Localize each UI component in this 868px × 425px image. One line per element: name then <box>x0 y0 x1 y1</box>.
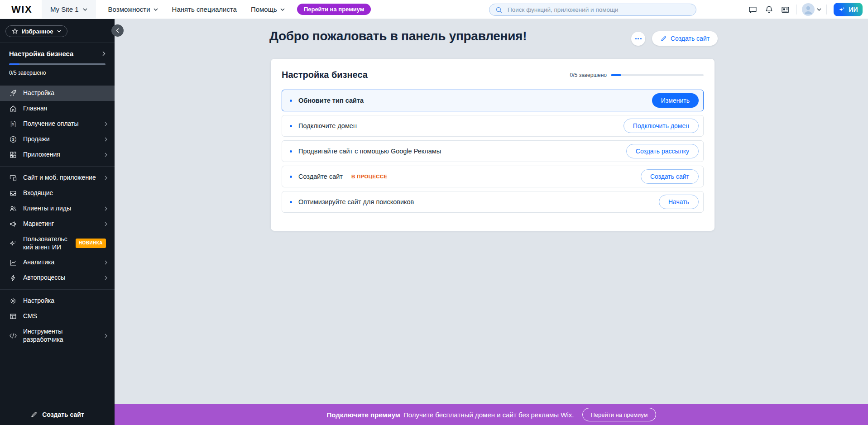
top-bar-actions: ИИ <box>738 0 865 19</box>
nav-item-features[interactable]: Возможности <box>108 5 158 13</box>
sidebar-collapse-button[interactable] <box>111 24 124 37</box>
updates-button[interactable] <box>777 1 793 18</box>
task-label: Создайте сайт <box>298 173 343 180</box>
sidebar-item-marketing[interactable]: Маркетинг <box>0 216 115 232</box>
pencil-icon <box>30 411 38 418</box>
task-action-create-site[interactable]: Создать сайт <box>641 169 699 184</box>
wix-logo[interactable]: WIX <box>0 4 42 15</box>
site-switcher[interactable]: My Site 1 <box>42 0 96 19</box>
sidebar-item-label: Сайт и моб. приложение <box>23 174 99 182</box>
nav-item-hire-professional[interactable]: Нанять специалиста <box>172 5 237 13</box>
chevron-right-icon <box>105 137 107 142</box>
bullet-icon <box>290 125 292 127</box>
sidebar-item-inbox[interactable]: Входящие <box>0 186 115 201</box>
task-action-edit[interactable]: Изменить <box>652 93 699 108</box>
task-row-update-site-type[interactable]: Обновите тип сайта Изменить <box>282 90 704 111</box>
sidebar-item-contacts[interactable]: Клиенты и лиды <box>0 201 115 216</box>
sidebar-item-sales[interactable]: $ Продажи <box>0 132 115 147</box>
chevron-right-icon <box>105 260 107 265</box>
sidebar-item-apps[interactable]: Приложения <box>0 147 115 162</box>
chat-button[interactable] <box>744 1 761 18</box>
sidebar-item-analytics[interactable]: Аналитика <box>0 255 115 270</box>
chevron-down-icon <box>153 8 158 11</box>
inbox-icon <box>9 189 17 197</box>
global-search[interactable] <box>489 4 696 16</box>
sidebar-item-home[interactable]: Главная <box>0 101 115 116</box>
invoice-icon: $ <box>9 120 17 128</box>
favorites-menu-button[interactable]: Избранное <box>5 25 67 37</box>
chevron-down-icon <box>83 8 87 11</box>
bullet-icon <box>290 201 292 203</box>
contacts-icon <box>9 205 17 213</box>
gear-icon <box>9 297 17 305</box>
task-row-google-ads[interactable]: Продвигайте сайт с помощью Google Реклам… <box>282 140 704 162</box>
create-site-button-label: Создать сайт <box>671 35 710 42</box>
devices-icon <box>9 174 17 182</box>
chevron-left-icon <box>116 28 119 33</box>
card-progress: 0/5 завершено <box>570 72 704 78</box>
chevron-right-icon <box>105 153 107 157</box>
site-switcher-label: My Site 1 <box>50 5 79 13</box>
notifications-button[interactable] <box>761 1 777 18</box>
banner-upgrade-button[interactable]: Перейти на премиум <box>582 408 656 421</box>
sidebar-item-label: Получение оплаты <box>23 120 99 128</box>
sidebar-item-cms[interactable]: CMS <box>0 309 115 324</box>
setup-progress-bar <box>9 63 106 65</box>
ellipsis-icon <box>635 38 637 39</box>
task-row-create-site[interactable]: Создайте сайт В ПРОЦЕССЕ Создать сайт <box>282 166 704 187</box>
chat-icon <box>748 5 758 14</box>
sidebar-item-payments[interactable]: $ Получение оплаты <box>0 116 115 132</box>
sidebar-item-label: Настройка <box>23 89 107 97</box>
sidebar-item-ai-agent[interactable]: Пользовательский агент ИИ НОВИНКА <box>0 232 115 255</box>
upgrade-premium-button[interactable]: Перейти на премиум <box>297 4 371 15</box>
task-action-connect-domain[interactable]: Подключить домен <box>623 119 699 133</box>
automation-icon <box>9 274 17 282</box>
sidebar-item-label: Аналитика <box>23 258 99 267</box>
dev-tools-icon <box>9 332 17 340</box>
card-title: Настройка бизнеса <box>282 70 570 80</box>
task-action-create-campaign[interactable]: Создать рассылку <box>626 144 699 158</box>
cms-icon <box>9 312 17 320</box>
megaphone-icon <box>9 220 17 228</box>
sidebar-item-label: Входящие <box>23 189 107 197</box>
create-site-button[interactable]: Создать сайт <box>652 31 718 46</box>
top-bar: WIX My Site 1 Возможности Нанять специал… <box>0 0 868 19</box>
sidebar-item-setup[interactable]: Настройка <box>0 86 115 101</box>
nav-item-label: Нанять специалиста <box>172 5 237 13</box>
divider <box>741 5 741 14</box>
ai-button-label: ИИ <box>849 6 858 13</box>
sidebar-item-label: Инструменты разработчика <box>23 328 99 344</box>
task-label: Оптимизируйте сайт для поисковиков <box>298 198 414 205</box>
sidebar-item-site-mobile[interactable]: Сайт и моб. приложение <box>0 170 115 186</box>
chevron-down-icon <box>57 30 61 33</box>
sidebar-create-site-button[interactable]: Создать сайт <box>0 404 115 425</box>
task-label: Обновите тип сайта <box>298 97 364 104</box>
task-label: Подключите домен <box>298 122 357 129</box>
sidebar-item-label: Продажи <box>23 135 99 143</box>
task-row-seo[interactable]: Оптимизируйте сайт для поисковиков Начат… <box>282 191 704 213</box>
premium-banner: Подключите премиум Получите бесплатный д… <box>115 404 868 425</box>
chevron-right-icon <box>105 122 107 126</box>
business-setup-summary[interactable]: Настройка бизнеса 0/5 завершено <box>0 43 115 83</box>
account-menu[interactable] <box>800 3 823 16</box>
nav-item-help[interactable]: Помощь <box>251 5 285 13</box>
chevron-down-icon <box>280 8 285 11</box>
divider <box>826 5 827 14</box>
task-action-start[interactable]: Начать <box>659 195 699 209</box>
search-input[interactable] <box>507 6 690 14</box>
sidebar-item-dev-tools[interactable]: Инструменты разработчика <box>0 324 115 347</box>
more-actions-button[interactable] <box>631 32 645 46</box>
pencil-icon <box>660 35 667 42</box>
bullet-icon <box>290 176 292 178</box>
star-icon <box>12 28 18 34</box>
sidebar-item-label: Настройка <box>23 297 107 305</box>
task-row-connect-domain[interactable]: Подключите домен Подключить домен <box>282 115 704 137</box>
sidebar-menu: Настройка Главная $ Получение оплаты $ П… <box>0 86 115 347</box>
sidebar: Избранное Настройка бизнеса 0/5 завершен… <box>0 19 115 425</box>
sidebar-item-label: Маркетинг <box>23 220 99 228</box>
svg-text:$: $ <box>12 137 14 142</box>
ai-assistant-button[interactable]: ИИ <box>834 3 863 16</box>
nav-item-label: Помощь <box>251 5 277 13</box>
sidebar-item-automations[interactable]: Автопроцессы <box>0 270 115 286</box>
sidebar-item-settings[interactable]: Настройка <box>0 293 115 309</box>
